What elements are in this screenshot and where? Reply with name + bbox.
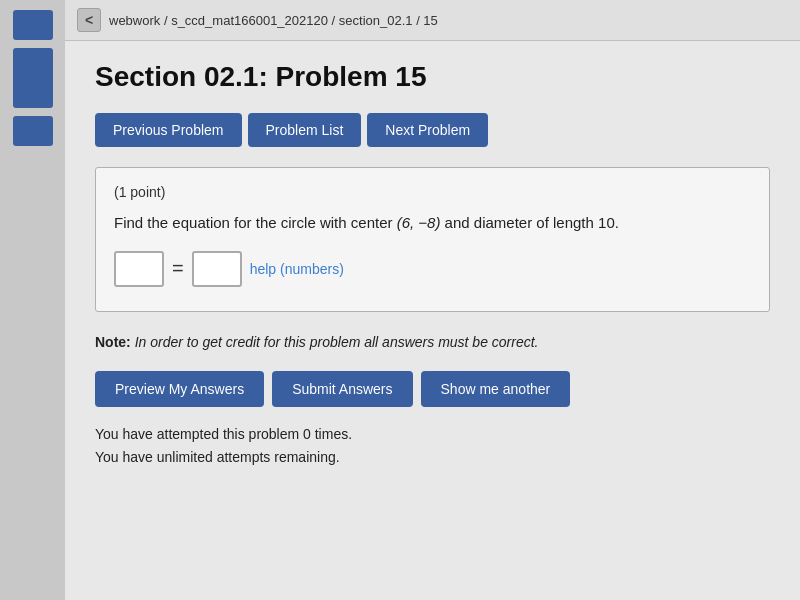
submit-answers-button[interactable]: Submit Answers bbox=[272, 371, 412, 407]
sidebar-block-1 bbox=[13, 10, 53, 40]
breadcrumb-bar: < webwork / s_ccd_mat166001_202120 / sec… bbox=[65, 0, 800, 41]
attempt-line-1: You have attempted this problem 0 times. bbox=[95, 423, 770, 447]
previous-problem-button[interactable]: Previous Problem bbox=[95, 113, 242, 147]
note-label: Note: bbox=[95, 334, 131, 350]
page-title: Section 02.1: Problem 15 bbox=[95, 61, 770, 93]
next-problem-button[interactable]: Next Problem bbox=[367, 113, 488, 147]
help-link[interactable]: help (numbers) bbox=[250, 261, 344, 277]
main-content: < webwork / s_ccd_mat166001_202120 / sec… bbox=[65, 0, 800, 600]
preview-answers-button[interactable]: Preview My Answers bbox=[95, 371, 264, 407]
page-body: Section 02.1: Problem 15 Previous Proble… bbox=[65, 41, 800, 600]
note-text: In order to get credit for this problem … bbox=[135, 334, 539, 350]
back-button[interactable]: < bbox=[77, 8, 101, 32]
breadcrumb: webwork / s_ccd_mat166001_202120 / secti… bbox=[109, 13, 438, 28]
action-buttons: Preview My Answers Submit Answers Show m… bbox=[95, 371, 770, 407]
answer-input-right[interactable] bbox=[192, 251, 242, 287]
show-another-button[interactable]: Show me another bbox=[421, 371, 571, 407]
answer-input-left[interactable] bbox=[114, 251, 164, 287]
answer-row: = help (numbers) bbox=[114, 251, 751, 287]
sidebar bbox=[0, 0, 65, 600]
attempt-info: You have attempted this problem 0 times.… bbox=[95, 423, 770, 471]
problem-text-pre: Find the equation for the circle with ce… bbox=[114, 214, 397, 231]
equals-sign: = bbox=[172, 257, 184, 280]
problem-center: (6, −8) bbox=[397, 214, 441, 231]
attempt-line-2: You have unlimited attempts remaining. bbox=[95, 446, 770, 470]
sidebar-block-2 bbox=[13, 48, 53, 108]
note-section: Note: In order to get credit for this pr… bbox=[95, 332, 770, 353]
problem-list-button[interactable]: Problem List bbox=[248, 113, 362, 147]
problem-text: Find the equation for the circle with ce… bbox=[114, 212, 751, 235]
sidebar-block-3 bbox=[13, 116, 53, 146]
problem-box: (1 point) Find the equation for the circ… bbox=[95, 167, 770, 312]
points-label: (1 point) bbox=[114, 184, 751, 200]
nav-buttons: Previous Problem Problem List Next Probl… bbox=[95, 113, 770, 147]
problem-text-post: and diameter of length 10. bbox=[445, 214, 619, 231]
